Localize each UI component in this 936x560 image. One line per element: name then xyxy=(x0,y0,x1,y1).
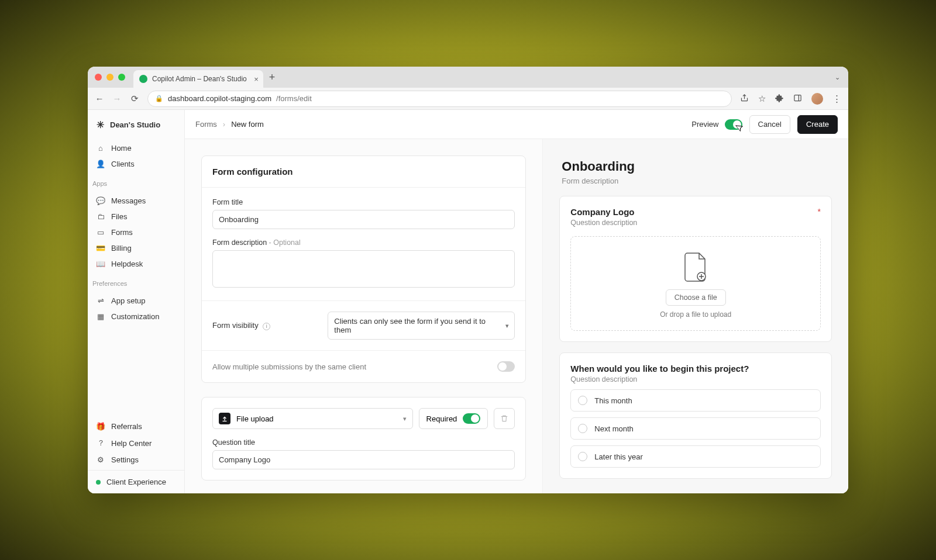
gear-icon: ⚙ xyxy=(96,455,105,464)
preview-question-radio: When would you like to begin this projec… xyxy=(559,352,832,479)
required-label: Required xyxy=(426,414,457,423)
window-zoom-icon[interactable] xyxy=(118,74,125,81)
question-title-input[interactable] xyxy=(212,450,515,469)
sidebar-item-label: Forms xyxy=(111,228,133,237)
tabs-overflow-icon[interactable]: ⌄ xyxy=(835,74,840,81)
question-type-select[interactable]: File upload ▾ xyxy=(212,408,413,429)
preview-column: Onboarding Form description Company Logo… xyxy=(543,139,848,493)
sidebar-item-label: App setup xyxy=(111,296,146,305)
upload-icon xyxy=(219,413,230,424)
sidebar-item-clients[interactable]: 👤 Clients xyxy=(91,156,181,172)
allow-multiple-toggle[interactable] xyxy=(497,361,515,372)
form-description-input[interactable] xyxy=(212,250,515,288)
svg-rect-0 xyxy=(794,95,801,101)
file-dropzone[interactable]: Choose a file Or drop a file to upload xyxy=(570,236,821,331)
tab-title: Copilot Admin – Dean's Studio xyxy=(152,75,247,83)
sidebar-item-referrals[interactable]: 🎁 Referrals xyxy=(91,419,181,434)
grid-icon: ▦ xyxy=(96,312,105,321)
sidebar-item-helpdesk[interactable]: 📖 Helpdesk xyxy=(91,256,181,272)
url-path: /forms/edit xyxy=(276,94,312,103)
lock-icon: 🔒 xyxy=(155,95,163,102)
radio-option[interactable]: This month xyxy=(570,389,821,412)
book-icon: 📖 xyxy=(96,260,105,268)
required-toggle-group: Required xyxy=(419,408,488,429)
sidebar-item-settings[interactable]: ⚙ Settings xyxy=(91,452,181,468)
sidebar-item-customization[interactable]: ▦ Customization xyxy=(91,309,181,324)
radio-icon xyxy=(578,396,587,405)
favicon-icon xyxy=(139,75,147,83)
extensions-icon[interactable] xyxy=(775,94,784,104)
builder-column: Form configuration Form title Form descr… xyxy=(185,139,543,493)
drop-hint: Or drop a file to upload xyxy=(577,310,814,319)
content: Form configuration Form title Form descr… xyxy=(185,139,848,493)
tab-close-icon[interactable]: × xyxy=(254,75,259,84)
workspace-logo-icon: ✳ xyxy=(95,119,105,130)
sidebar-item-label: Helpdesk xyxy=(111,260,143,268)
help-icon: ？ xyxy=(96,438,105,448)
sidebar-item-billing[interactable]: 💳 Billing xyxy=(91,240,181,256)
form-visibility-value: Clients can only see the form if you sen… xyxy=(328,312,515,340)
share-icon[interactable] xyxy=(740,94,749,104)
cancel-button[interactable]: Cancel xyxy=(749,115,790,134)
sidebar-heading-apps: Apps xyxy=(88,174,184,191)
window-close-icon[interactable] xyxy=(95,74,102,81)
radio-option[interactable]: Later this year xyxy=(570,445,821,468)
cursor-icon xyxy=(733,121,748,137)
radio-option[interactable]: Next month xyxy=(570,417,821,440)
question-title-label: Question title xyxy=(212,438,515,447)
radio-icon xyxy=(578,452,587,461)
status-dot-icon xyxy=(96,480,101,485)
radio-label: Later this year xyxy=(594,452,642,461)
browser-window: Copilot Admin – Dean's Studio × + ⌄ ← → … xyxy=(88,67,848,493)
sidebar-item-forms[interactable]: ▭ Forms xyxy=(91,224,181,240)
window-traffic-lights xyxy=(95,74,125,81)
card-icon: 💳 xyxy=(96,244,105,253)
url-host: dashboard.copilot-staging.com xyxy=(168,94,271,103)
workspace-name: Dean's Studio xyxy=(110,120,160,129)
breadcrumb-current: New form xyxy=(231,120,264,129)
app-root: ✳ Dean's Studio ⌂ Home 👤 Clients Apps 💬 … xyxy=(88,110,848,493)
sidebar-item-label: Billing xyxy=(111,244,132,253)
profile-avatar[interactable] xyxy=(811,93,823,105)
form-visibility-select[interactable]: Clients can only see the form if you sen… xyxy=(328,312,515,340)
choose-file-button[interactable]: Choose a file xyxy=(666,289,726,306)
nav-forward-icon[interactable]: → xyxy=(112,94,122,103)
address-bar[interactable]: 🔒 dashboard.copilot-staging.com/forms/ed… xyxy=(147,91,732,107)
create-button[interactable]: Create xyxy=(797,115,838,134)
form-config-title: Form configuration xyxy=(212,167,515,177)
sidebar-heading-prefs: Preferences xyxy=(88,274,184,291)
browser-menu-icon[interactable]: ⋮ xyxy=(832,94,841,104)
window-minimize-icon[interactable] xyxy=(106,74,113,81)
main: Forms › New form Preview Cancel Create xyxy=(185,110,848,493)
info-icon[interactable]: i xyxy=(263,323,270,330)
nav-back-icon[interactable]: ← xyxy=(95,94,104,103)
gift-icon: 🎁 xyxy=(96,422,105,431)
form-title-label: Form title xyxy=(212,198,515,206)
sidebar-item-home[interactable]: ⌂ Home xyxy=(91,140,181,156)
form-visibility-label: Form visibility i xyxy=(212,321,270,330)
file-icon xyxy=(683,252,708,282)
required-toggle[interactable] xyxy=(463,413,480,424)
sidebar-item-messages[interactable]: 💬 Messages xyxy=(91,193,181,209)
sidebar-item-label: Customization xyxy=(111,312,159,321)
browser-tab[interactable]: Copilot Admin – Dean's Studio × xyxy=(133,70,263,88)
sidebar-item-label: Clients xyxy=(111,160,135,168)
nav-reload-icon[interactable]: ⟳ xyxy=(130,94,139,104)
sidepanel-icon[interactable] xyxy=(793,94,802,104)
message-icon: 💬 xyxy=(96,196,105,205)
new-tab-button[interactable]: + xyxy=(269,71,276,84)
breadcrumb: Forms › New form xyxy=(195,120,264,129)
delete-question-button[interactable] xyxy=(494,408,515,429)
form-title-input[interactable] xyxy=(212,210,515,229)
sidebar-item-app-setup[interactable]: ⇌ App setup xyxy=(91,293,181,309)
sliders-icon: ⇌ xyxy=(96,296,105,305)
form-description-label: Form description - Optional xyxy=(212,238,515,247)
bookmark-star-icon[interactable]: ☆ xyxy=(758,94,766,104)
chevron-right-icon: › xyxy=(223,120,225,129)
sidebar-item-label: Help Center xyxy=(111,439,152,448)
sidebar-item-files[interactable]: 🗀 Files xyxy=(91,209,181,224)
sidebar-client-experience[interactable]: Client Experience xyxy=(88,470,184,493)
workspace-switcher[interactable]: ✳ Dean's Studio xyxy=(88,110,184,138)
sidebar-item-help-center[interactable]: ？ Help Center xyxy=(91,434,181,452)
breadcrumb-root[interactable]: Forms xyxy=(195,120,217,129)
